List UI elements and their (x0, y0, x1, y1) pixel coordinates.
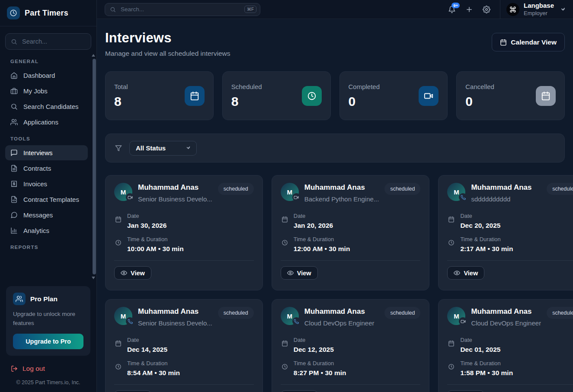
topbar-search-input[interactable] (120, 6, 240, 13)
view-button[interactable]: View (447, 390, 484, 392)
date-value: Jan 20, 2026 (294, 222, 333, 229)
time-label: Time & Duration (294, 236, 350, 242)
page-title: Interviews (105, 30, 230, 46)
view-button[interactable]: View (447, 266, 484, 280)
candidate-avatar: M (281, 307, 299, 325)
calendar-icon (536, 86, 556, 106)
candidate-avatar: M (281, 183, 299, 201)
sidebar-item-search-candidates[interactable]: Search Candidates (5, 99, 88, 114)
bar-chart-icon (10, 227, 18, 234)
scrollbar-down-arrow-icon[interactable] (92, 277, 95, 279)
clock-icon (115, 239, 122, 246)
video-type-badge (292, 193, 301, 201)
sidebar-item-contract-templates[interactable]: Contract Templates (5, 192, 88, 207)
sidebar-item-label: Analytics (23, 227, 49, 234)
clock-icon (7, 6, 20, 19)
calendar-icon (500, 39, 507, 46)
view-button[interactable]: View (281, 390, 318, 392)
copyright: © 2025 Part Timers.io, Inc. (0, 374, 96, 392)
candidate-role: Cloud DevOps Engineer (471, 319, 541, 327)
add-button[interactable] (465, 6, 473, 13)
video-icon (419, 86, 439, 106)
notifications-button[interactable]: 9+ (448, 6, 456, 13)
logout-button[interactable]: Log out (0, 358, 96, 374)
settings-button[interactable] (483, 6, 490, 13)
view-button[interactable]: View (114, 266, 151, 280)
sidebar-search-input[interactable] (21, 38, 86, 45)
upgrade-button[interactable]: Upgrade to Pro (13, 334, 83, 349)
topbar-search[interactable]: ⌘F (105, 3, 260, 16)
date-label: Date (294, 213, 333, 219)
interview-card: M Muhammad Anas sdddddddddd scheduled Da… (438, 175, 573, 290)
sidebar: Part Timers GENERAL Dashboard My Jobs Se… (0, 0, 97, 392)
card-divider (114, 384, 254, 385)
notification-count-badge: 9+ (451, 3, 460, 9)
sidebar-scrollbar[interactable] (93, 59, 96, 274)
sidebar-item-my-jobs[interactable]: My Jobs (5, 83, 88, 99)
date-label: Date (127, 213, 166, 219)
video-icon (128, 195, 133, 200)
sidebar-section-heading: GENERAL (10, 59, 83, 64)
users-icon (13, 293, 26, 305)
stat-label: Completed (349, 83, 380, 90)
card-divider (114, 260, 254, 261)
pro-plan-description: Upgrade to unlock more features (13, 310, 83, 328)
candidate-name: Muhammad Anas (471, 183, 541, 192)
date-label: Date (460, 213, 500, 219)
clock-icon (448, 239, 455, 246)
date-value: Dec 14, 2025 (127, 346, 167, 354)
candidate-name: Muhammad Anas (138, 307, 212, 316)
stat-label: Cancelled (465, 83, 494, 90)
sidebar-item-contracts[interactable]: Contracts (5, 161, 88, 176)
sidebar-item-applications[interactable]: Applications (5, 115, 88, 130)
sidebar-search[interactable] (5, 33, 91, 50)
stat-value: 0 (465, 94, 494, 109)
clock-icon (115, 363, 122, 370)
scrollbar-up-arrow-icon[interactable] (92, 54, 95, 57)
date-value: Jan 30, 2026 (127, 222, 166, 229)
chevron-down-icon (186, 145, 191, 151)
sidebar-item-interviews[interactable]: Interviews (5, 145, 88, 160)
candidate-name: Muhammad Anas (138, 183, 212, 192)
calendar-icon (282, 216, 288, 223)
stat-label: Scheduled (231, 83, 262, 90)
candidate-role: Backend Python Engine... (304, 195, 379, 203)
sidebar-item-label: Dashboard (23, 72, 55, 79)
eye-icon (454, 270, 460, 276)
stat-card: Scheduled 8 (222, 71, 331, 120)
candidate-role: Cloud DevOps Engineer (304, 319, 379, 327)
sidebar-item-invoices[interactable]: Invoices (5, 176, 88, 191)
page-subtitle: Manage and view all scheduled interviews (105, 50, 230, 57)
search-icon (110, 6, 116, 13)
video-type-badge (126, 193, 134, 201)
status-filter-select[interactable]: All Status (129, 141, 197, 156)
candidate-name: Muhammad Anas (471, 307, 541, 316)
view-button[interactable]: View (114, 390, 151, 392)
chat-bubble-icon (10, 211, 18, 219)
search-icon (10, 103, 18, 110)
time-value: 10:00 AM • 30 min (127, 245, 184, 253)
date-label: Date (460, 337, 500, 343)
view-button[interactable]: View (281, 266, 318, 280)
home-icon (10, 72, 18, 79)
user-name: Langbase (524, 2, 554, 10)
candidate-role: Senior Business Develo... (138, 195, 212, 203)
calendar-icon (185, 86, 205, 106)
sidebar-item-dashboard[interactable]: Dashboard (5, 68, 88, 83)
interview-card: M Muhammad Anas Cloud DevOps Engineer sc… (438, 299, 573, 392)
profile-menu[interactable]: Langbase Employer (500, 2, 573, 17)
sidebar-item-label: Contracts (23, 165, 51, 172)
calendar-view-button[interactable]: Calendar View (492, 33, 565, 51)
clock-icon (302, 86, 322, 106)
sidebar-item-label: Applications (23, 118, 58, 126)
phone-icon (294, 319, 299, 324)
calendar-view-label: Calendar View (511, 38, 557, 46)
sidebar-item-messages[interactable]: Messages (5, 207, 88, 223)
calendar-icon (448, 216, 455, 223)
time-value: 12:00 AM • 30 min (294, 245, 350, 253)
candidate-avatar: M (447, 307, 465, 325)
stat-value: 8 (231, 94, 262, 109)
sidebar-item-label: Search Candidates (23, 103, 79, 110)
sidebar-item-analytics[interactable]: Analytics (5, 223, 88, 238)
interviews-grid: M Muhammad Anas Senior Business Develo..… (105, 175, 565, 392)
